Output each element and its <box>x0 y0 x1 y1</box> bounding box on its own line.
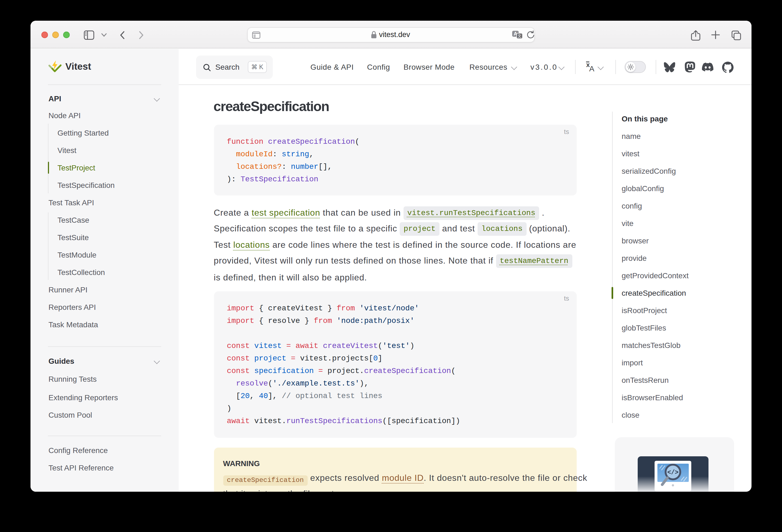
svg-text:A: A <box>589 65 594 73</box>
svg-text:</>: </> <box>667 469 679 476</box>
svg-text:文: 文 <box>518 34 522 38</box>
